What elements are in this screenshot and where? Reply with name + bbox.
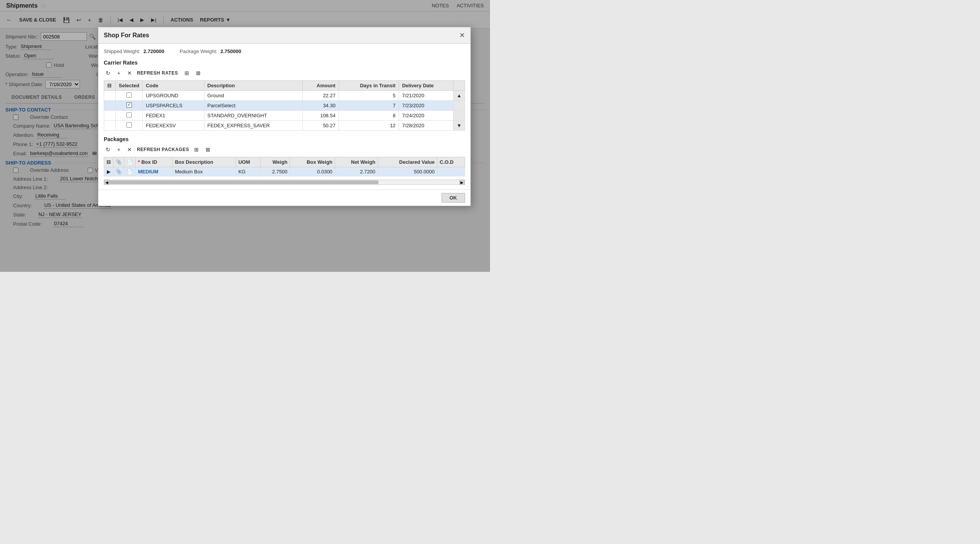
select-upsground[interactable]	[126, 92, 132, 98]
packages-toolbar: ↻ + ✕ REFRESH PACKAGES ⊞ ⊠	[104, 145, 465, 155]
td-scroll-2	[453, 101, 465, 111]
scroll-right-btn[interactable]: ▶	[459, 180, 465, 185]
pkg-th-box-weight: Box Weigh	[290, 157, 335, 167]
pkg-th-attachment-icon: 📎	[113, 157, 125, 167]
td-delivery-3: 7/24/2020	[399, 111, 453, 121]
modal-body: Shipped Weight: 2.720000 Package Weight:…	[98, 44, 470, 190]
pkg-td-net-weight: 2.7200	[335, 167, 378, 176]
shipped-weight-label: Shipped Weight:	[104, 48, 140, 54]
pkg-td-box-weight: 0.0300	[290, 167, 335, 176]
select-fedex1[interactable]	[126, 112, 132, 118]
package-weight-value: 2.750000	[220, 48, 241, 54]
td-selected-4[interactable]	[116, 121, 143, 131]
th-icon: ⊟	[104, 81, 116, 91]
pkg-td-weight: 2.7500	[260, 167, 290, 176]
carrier-row-uspsparcels: USPSPARCELS ParcelSelect 34.30 7 7/23/20…	[104, 101, 465, 111]
td-scroll-3	[453, 111, 465, 121]
carrier-export-btn[interactable]: ⊠	[194, 69, 203, 77]
td-days-2: 7	[339, 101, 399, 111]
scrollbar-thumb[interactable]	[110, 180, 379, 184]
td-row-icon-3	[104, 111, 116, 121]
td-desc-1: Ground	[204, 91, 302, 101]
carrier-rates-toolbar: ↻ + ✕ REFRESH RATES ⊞ ⊠	[104, 68, 465, 78]
pkg-th-doc-icon: 📄	[125, 157, 136, 167]
td-amount-1: 22.27	[302, 91, 339, 101]
pkg-th-grid-icon: ⊟	[104, 157, 113, 167]
carrier-row-fedex1: FEDEX1 STANDARD_OVERNIGHT 108.54 8 7/24/…	[104, 111, 465, 121]
ok-btn[interactable]: OK	[442, 193, 465, 203]
pkg-td-cod	[437, 167, 465, 176]
th-selected: Selected	[116, 81, 143, 91]
th-delivery-date: Delivery Date	[399, 81, 453, 91]
td-scroll-1: ▲	[453, 91, 465, 101]
td-delivery-4: 7/28/2020	[399, 121, 453, 131]
modal-info-row: Shipped Weight: 2.720000 Package Weight:…	[104, 48, 465, 54]
td-amount-3: 108.54	[302, 111, 339, 121]
pkg-th-box-id: Box ID	[136, 157, 173, 167]
pkg-td-uom: KG	[236, 167, 260, 176]
td-days-4: 12	[339, 121, 399, 131]
th-code: Code	[143, 81, 204, 91]
td-days-3: 8	[339, 111, 399, 121]
pkg-export-btn[interactable]: ⊠	[204, 145, 212, 154]
pkg-fit-btn[interactable]: ⊞	[192, 145, 201, 154]
th-days-in-transit: Days in Transit	[339, 81, 399, 91]
refresh-rates-label: REFRESH RATES	[137, 70, 178, 76]
carrier-row-fedexexsv: FEDEXEXSV FEDEX_EXPRESS_SAVER 50.27 12 7…	[104, 121, 465, 131]
carrier-remove-btn[interactable]: ✕	[125, 69, 134, 77]
pkg-td-attach[interactable]: 📎	[113, 167, 125, 176]
td-days-1: 5	[339, 91, 399, 101]
carrier-rates-title: Carrier Rates	[104, 60, 465, 66]
td-code-1: UPSGROUND	[143, 91, 204, 101]
pkg-th-box-desc: Box Description	[173, 157, 236, 167]
th-amount: Amount	[302, 81, 339, 91]
select-fedexexsv[interactable]	[126, 122, 132, 128]
pkg-th-weight: Weigh	[260, 157, 290, 167]
td-selected-2[interactable]	[116, 101, 143, 111]
td-amount-2: 34.30	[302, 101, 339, 111]
td-scroll-4: ▼	[453, 121, 465, 131]
td-row-icon-4	[104, 121, 116, 131]
td-selected-3[interactable]	[116, 111, 143, 121]
td-code-3: FEDEX1	[143, 111, 204, 121]
td-delivery-1: 7/21/2020	[399, 91, 453, 101]
pkg-td-box-desc: Medium Box	[173, 167, 236, 176]
packages-title: Packages	[104, 136, 465, 142]
td-row-icon-1	[104, 91, 116, 101]
pkg-add-btn[interactable]: +	[115, 145, 122, 154]
carrier-refresh-btn[interactable]: ↻	[104, 69, 112, 77]
horizontal-scrollbar[interactable]: ◀ ▶	[104, 180, 465, 185]
carrier-row-upsground: UPSGROUND Ground 22.27 5 7/21/2020 ▲	[104, 91, 465, 101]
pkg-refresh-btn[interactable]: ↻	[104, 145, 112, 154]
td-amount-4: 50.27	[302, 121, 339, 131]
modal-title: Shop For Rates	[104, 32, 149, 39]
pkg-td-expand[interactable]: ▶	[104, 167, 113, 176]
pkg-th-net-weight: Net Weigh	[335, 157, 378, 167]
td-desc-3: STANDARD_OVERNIGHT	[204, 111, 302, 121]
carrier-fit-btn[interactable]: ⊞	[183, 69, 191, 77]
shipped-weight-value: 2.720000	[143, 48, 164, 54]
modal-header: Shop For Rates ✕	[98, 27, 470, 44]
th-scroll	[453, 81, 465, 91]
carrier-add-btn[interactable]: +	[115, 69, 122, 77]
td-code-2: USPSPARCELS	[143, 101, 204, 111]
modal-close-btn[interactable]: ✕	[459, 31, 465, 40]
td-selected-1[interactable]	[116, 91, 143, 101]
pkg-th-declared-value: Declared Value	[378, 157, 437, 167]
package-weight-label: Package Weight:	[179, 48, 217, 54]
td-desc-4: FEDEX_EXPRESS_SAVER	[204, 121, 302, 131]
scroll-left-btn[interactable]: ◀	[104, 180, 110, 185]
pkg-td-box-id: MEDIUM	[136, 167, 173, 176]
carrier-rates-table: ⊟ Selected Code Description Amount Days …	[104, 80, 465, 131]
td-desc-2: ParcelSelect	[204, 101, 302, 111]
select-uspsparcels[interactable]	[126, 102, 132, 108]
pkg-td-doc[interactable]: 📄	[125, 167, 136, 176]
pkg-th-cod: C.O.D	[437, 157, 465, 167]
pkg-remove-btn[interactable]: ✕	[125, 145, 134, 154]
th-description: Description	[204, 81, 302, 91]
packages-table: ⊟ 📎 📄 Box ID Box Description UOM Weigh B…	[104, 157, 465, 176]
pkg-row-1: ▶ 📎 📄 MEDIUM Medium Box KG 2.7500 0.0300…	[104, 167, 465, 176]
refresh-packages-label: REFRESH PACKAGES	[137, 147, 189, 152]
packages-section: Packages ↻ + ✕ REFRESH PACKAGES ⊞ ⊠ ⊟ 📎 …	[104, 136, 465, 185]
carrier-rates-table-wrapper: ⊟ Selected Code Description Amount Days …	[104, 80, 465, 131]
